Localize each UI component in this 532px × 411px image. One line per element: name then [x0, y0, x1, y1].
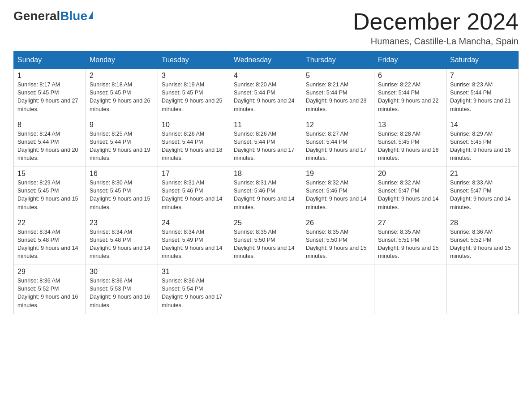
day-info: Sunrise: 8:35 AMSunset: 5:50 PMDaylight:…	[234, 229, 295, 259]
calendar-cell: 6 Sunrise: 8:22 AMSunset: 5:44 PMDayligh…	[374, 69, 446, 118]
day-number: 9	[90, 121, 154, 129]
day-number: 20	[378, 170, 442, 178]
calendar-cell: 16 Sunrise: 8:30 AMSunset: 5:45 PMDaylig…	[86, 167, 158, 216]
logo-container: General Blue	[13, 9, 93, 23]
calendar-cell	[446, 265, 519, 314]
calendar-cell: 5 Sunrise: 8:21 AMSunset: 5:44 PMDayligh…	[302, 69, 374, 118]
calendar-table: Sunday Monday Tuesday Wednesday Thursday…	[13, 51, 519, 314]
calendar-cell: 14 Sunrise: 8:29 AMSunset: 5:45 PMDaylig…	[446, 118, 519, 167]
calendar-cell: 24 Sunrise: 8:34 AMSunset: 5:49 PMDaylig…	[158, 216, 230, 265]
week-row-1: 1 Sunrise: 8:17 AMSunset: 5:45 PMDayligh…	[14, 69, 519, 118]
day-info: Sunrise: 8:18 AMSunset: 5:45 PMDaylight:…	[90, 81, 150, 112]
day-info: Sunrise: 8:28 AMSunset: 5:45 PMDaylight:…	[378, 131, 439, 161]
day-number: 4	[234, 72, 298, 80]
logo-text: General Blue	[13, 9, 93, 23]
calendar-cell: 3 Sunrise: 8:19 AMSunset: 5:45 PMDayligh…	[158, 69, 230, 118]
day-info: Sunrise: 8:36 AMSunset: 5:54 PMDaylight:…	[162, 278, 223, 308]
calendar-cell: 19 Sunrise: 8:32 AMSunset: 5:46 PMDaylig…	[302, 167, 374, 216]
calendar-cell	[302, 265, 374, 314]
day-info: Sunrise: 8:19 AMSunset: 5:45 PMDaylight:…	[162, 81, 223, 112]
day-number: 27	[378, 219, 442, 227]
calendar-cell	[230, 265, 302, 314]
day-info: Sunrise: 8:35 AMSunset: 5:50 PMDaylight:…	[306, 229, 367, 259]
day-info: Sunrise: 8:29 AMSunset: 5:45 PMDaylight:…	[17, 180, 78, 210]
day-info: Sunrise: 8:32 AMSunset: 5:46 PMDaylight:…	[306, 180, 367, 210]
calendar-cell: 7 Sunrise: 8:23 AMSunset: 5:44 PMDayligh…	[446, 69, 519, 118]
day-info: Sunrise: 8:26 AMSunset: 5:44 PMDaylight:…	[234, 131, 295, 161]
day-info: Sunrise: 8:24 AMSunset: 5:44 PMDaylight:…	[17, 131, 78, 161]
day-number: 16	[90, 170, 154, 178]
logo-triangle-icon	[88, 11, 93, 19]
month-title: December 2024	[353, 9, 519, 34]
calendar-cell: 1 Sunrise: 8:17 AMSunset: 5:45 PMDayligh…	[14, 69, 86, 118]
day-number: 1	[17, 72, 82, 80]
calendar-cell: 25 Sunrise: 8:35 AMSunset: 5:50 PMDaylig…	[230, 216, 302, 265]
day-info: Sunrise: 8:36 AMSunset: 5:52 PMDaylight:…	[17, 278, 78, 308]
calendar-cell: 22 Sunrise: 8:34 AMSunset: 5:48 PMDaylig…	[14, 216, 86, 265]
day-info: Sunrise: 8:36 AMSunset: 5:52 PMDaylight:…	[450, 229, 511, 259]
calendar-cell: 27 Sunrise: 8:35 AMSunset: 5:51 PMDaylig…	[374, 216, 446, 265]
day-info: Sunrise: 8:23 AMSunset: 5:44 PMDaylight:…	[450, 81, 511, 112]
day-number: 21	[450, 170, 515, 178]
day-number: 12	[306, 121, 370, 129]
calendar-cell: 13 Sunrise: 8:28 AMSunset: 5:45 PMDaylig…	[374, 118, 446, 167]
calendar-cell: 4 Sunrise: 8:20 AMSunset: 5:44 PMDayligh…	[230, 69, 302, 118]
day-info: Sunrise: 8:32 AMSunset: 5:47 PMDaylight:…	[378, 180, 439, 210]
page-container: General Blue December 2024 Humanes, Cast…	[13, 9, 519, 314]
day-number: 23	[90, 219, 154, 227]
header-tuesday: Tuesday	[158, 51, 230, 69]
calendar-cell: 17 Sunrise: 8:31 AMSunset: 5:46 PMDaylig…	[158, 167, 230, 216]
day-info: Sunrise: 8:35 AMSunset: 5:51 PMDaylight:…	[378, 229, 439, 259]
day-number: 8	[17, 121, 82, 129]
calendar-cell: 21 Sunrise: 8:33 AMSunset: 5:47 PMDaylig…	[446, 167, 519, 216]
day-number: 10	[162, 121, 226, 129]
header-saturday: Saturday	[446, 51, 519, 69]
calendar-cell: 30 Sunrise: 8:36 AMSunset: 5:53 PMDaylig…	[86, 265, 158, 314]
day-info: Sunrise: 8:22 AMSunset: 5:44 PMDaylight:…	[378, 81, 439, 112]
day-info: Sunrise: 8:33 AMSunset: 5:47 PMDaylight:…	[450, 180, 511, 210]
day-number: 19	[306, 170, 370, 178]
calendar-cell: 15 Sunrise: 8:29 AMSunset: 5:45 PMDaylig…	[14, 167, 86, 216]
day-info: Sunrise: 8:31 AMSunset: 5:46 PMDaylight:…	[234, 180, 295, 210]
calendar-cell: 29 Sunrise: 8:36 AMSunset: 5:52 PMDaylig…	[14, 265, 86, 314]
calendar-cell: 31 Sunrise: 8:36 AMSunset: 5:54 PMDaylig…	[158, 265, 230, 314]
location-subtitle: Humanes, Castille-La Mancha, Spain	[353, 36, 519, 47]
day-info: Sunrise: 8:31 AMSunset: 5:46 PMDaylight:…	[162, 180, 223, 210]
day-info: Sunrise: 8:34 AMSunset: 5:48 PMDaylight:…	[17, 229, 78, 259]
calendar-cell: 23 Sunrise: 8:34 AMSunset: 5:48 PMDaylig…	[86, 216, 158, 265]
day-number: 2	[90, 72, 154, 80]
header-wednesday: Wednesday	[230, 51, 302, 69]
header-friday: Friday	[374, 51, 446, 69]
logo-general: General	[13, 9, 60, 23]
calendar-cell: 28 Sunrise: 8:36 AMSunset: 5:52 PMDaylig…	[446, 216, 519, 265]
day-number: 6	[378, 72, 442, 80]
day-number: 7	[450, 72, 515, 80]
calendar-cell: 26 Sunrise: 8:35 AMSunset: 5:50 PMDaylig…	[302, 216, 374, 265]
calendar-cell: 2 Sunrise: 8:18 AMSunset: 5:45 PMDayligh…	[86, 69, 158, 118]
day-number: 18	[234, 170, 298, 178]
weekday-header-row: Sunday Monday Tuesday Wednesday Thursday…	[14, 51, 519, 69]
day-number: 5	[306, 72, 370, 80]
day-number: 3	[162, 72, 226, 80]
calendar-body: 1 Sunrise: 8:17 AMSunset: 5:45 PMDayligh…	[14, 69, 519, 314]
day-number: 31	[162, 268, 226, 276]
day-number: 28	[450, 219, 515, 227]
day-number: 13	[378, 121, 442, 129]
header-thursday: Thursday	[302, 51, 374, 69]
calendar-cell	[374, 265, 446, 314]
header-area: General Blue December 2024 Humanes, Cast…	[13, 9, 519, 47]
day-number: 15	[17, 170, 82, 178]
week-row-5: 29 Sunrise: 8:36 AMSunset: 5:52 PMDaylig…	[14, 265, 519, 314]
day-info: Sunrise: 8:20 AMSunset: 5:44 PMDaylight:…	[234, 81, 295, 112]
day-info: Sunrise: 8:36 AMSunset: 5:53 PMDaylight:…	[90, 278, 150, 308]
calendar-cell: 18 Sunrise: 8:31 AMSunset: 5:46 PMDaylig…	[230, 167, 302, 216]
day-info: Sunrise: 8:27 AMSunset: 5:44 PMDaylight:…	[306, 131, 367, 161]
day-number: 26	[306, 219, 370, 227]
calendar-cell: 8 Sunrise: 8:24 AMSunset: 5:44 PMDayligh…	[14, 118, 86, 167]
calendar-cell: 11 Sunrise: 8:26 AMSunset: 5:44 PMDaylig…	[230, 118, 302, 167]
day-number: 25	[234, 219, 298, 227]
header-sunday: Sunday	[14, 51, 86, 69]
day-info: Sunrise: 8:30 AMSunset: 5:45 PMDaylight:…	[90, 180, 150, 210]
day-number: 22	[17, 219, 82, 227]
week-row-2: 8 Sunrise: 8:24 AMSunset: 5:44 PMDayligh…	[14, 118, 519, 167]
